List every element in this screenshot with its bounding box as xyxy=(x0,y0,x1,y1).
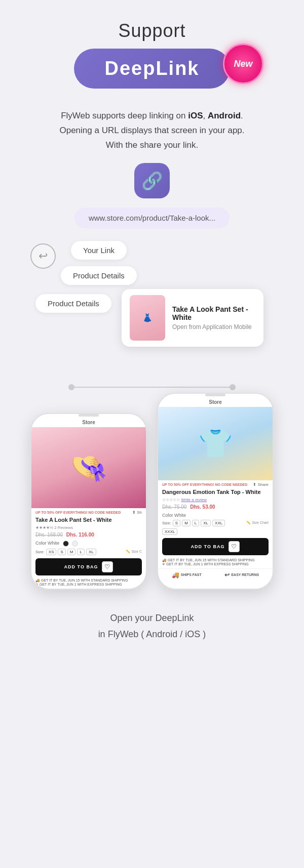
phone-stars-left: ★★★★½ 2 Reviews xyxy=(31,524,146,531)
phone-speaker-right xyxy=(205,394,225,396)
flow-share-icon: ↩ xyxy=(30,243,56,269)
phone-color-left: Color White xyxy=(31,540,146,548)
size-xs[interactable]: XS xyxy=(46,549,57,555)
add-to-bag-left[interactable]: ADD TO BAG ♡ xyxy=(35,558,142,575)
phone-shipping-right: 🚚 GET IT BY TUE, JUN 15 WITH STANDARD SH… xyxy=(158,557,273,568)
share-icon-left[interactable]: ⬆ Sh xyxy=(132,510,142,515)
phone-right: Store 👕 UP TO 50% OFF EVERYTHING! NO COD… xyxy=(157,393,274,590)
color-dot-black[interactable] xyxy=(63,541,69,547)
phone-product-image-right: 👕 xyxy=(158,407,273,480)
phone-product-name-left: Take A Look Pant Set - White xyxy=(31,516,146,524)
price-new-right: Dhs. 53.00 xyxy=(190,504,215,510)
connector-area xyxy=(10,360,294,390)
phone-size-row-left: Size: XS S M L XL 📏 Size C xyxy=(31,548,146,556)
size-chart-link-left[interactable]: 📏 Size C xyxy=(126,550,142,554)
size-chart-link-right[interactable]: 📏 Size Chart xyxy=(246,521,269,525)
product-card: 👗 Take A Look Pant Set - White Open from… xyxy=(122,284,263,347)
reviews-left[interactable]: 2 Reviews xyxy=(54,525,73,530)
ships-fast-badge: 🚚 SHIPS FAST xyxy=(172,571,202,578)
phone-size-row-right: Size: S M L XL XXL 📏 Size Chart xyxy=(158,519,273,527)
product-details-bubble-2: Product Details xyxy=(35,294,111,313)
share-btn-right[interactable]: ⬆ Share xyxy=(253,482,269,487)
size-m-right[interactable]: M xyxy=(182,520,191,526)
easy-returns-icon: ↩ xyxy=(224,571,230,578)
heart-btn-right[interactable]: ♡ xyxy=(229,541,240,552)
phone-left: Store 👒 UP TO 50% OFF EVERYTHING! NO COD… xyxy=(30,413,147,590)
shipping1-left: 🚚 GET IT BY TUE, JUN 15 WITH STANDARD SH… xyxy=(35,578,142,583)
product-card-name: Take A Look Pant Set - White xyxy=(172,305,255,321)
product-info: Take A Look Pant Set - White Open from A… xyxy=(172,305,255,330)
description: FlyWeb supports deep linking on iOS, And… xyxy=(59,109,244,153)
product-details-label-2: Product Details xyxy=(35,294,111,313)
url-bar[interactable]: www.store.com/product/Take-a-look... xyxy=(74,208,230,228)
phone-price-right: Dhs. 75.00 Dhs. 53.00 xyxy=(158,503,273,512)
size-s[interactable]: S xyxy=(58,549,65,555)
phone-size-row-right-2: XXXL xyxy=(158,527,273,536)
phone-promo-bar-left: UP TO 50% OFF EVERYTHING! NO CODE NEEDED… xyxy=(31,508,146,516)
phone-price-left: Dhs. 168.00 Dhs. 116.00 xyxy=(31,531,146,540)
product-details-bubble-1: Product Details xyxy=(61,266,137,285)
stars-left: ★★★★½ xyxy=(35,525,53,530)
deeplink-pill: DeepLink xyxy=(74,49,230,89)
phones-area: Store 👒 UP TO 50% OFF EVERYTHING! NO COD… xyxy=(10,393,294,590)
write-review-right[interactable]: Write a review xyxy=(181,498,207,502)
easy-returns-label: EASY RETURNS xyxy=(231,573,259,576)
bottom-line2: in FlyWeb ( Android / iOS ) xyxy=(98,626,206,642)
connector-line xyxy=(71,387,233,388)
promo-text-left: UP TO 50% OFF EVERYTHING! NO CODE NEEDED xyxy=(35,511,121,514)
connector-dot-left xyxy=(68,384,74,390)
desc-period: . xyxy=(241,111,243,120)
size-l-right[interactable]: L xyxy=(192,520,199,526)
price-old-right: Dhs. 75.00 xyxy=(162,504,186,510)
product-card-open: Open from Application Mobile xyxy=(172,323,255,330)
easy-returns-badge: ↩ EASY RETURNS xyxy=(224,571,259,578)
desc-line3: With the share your link. xyxy=(106,140,198,150)
size-s-right[interactable]: S xyxy=(173,520,180,526)
product-thumb-img: 👗 xyxy=(142,313,153,322)
desc-line2: Opening a URL displays that screen in yo… xyxy=(59,126,244,135)
phone-speaker-left xyxy=(79,414,99,417)
new-badge: New xyxy=(223,44,263,84)
flow-area: ↩ Your Link Product Details Product Deta… xyxy=(10,238,294,350)
phone-product-image-left: 👒 xyxy=(31,427,146,508)
add-to-bag-right[interactable]: ADD TO BAG ♡ xyxy=(162,538,269,555)
price-old-left: Dhs. 168.00 xyxy=(35,532,63,538)
connector-dot-right xyxy=(230,384,236,390)
size-xxxl-right[interactable]: XXXL xyxy=(162,528,177,535)
size-xl-right[interactable]: XL xyxy=(201,520,211,526)
heart-btn-left[interactable]: ♡ xyxy=(102,561,113,572)
size-l[interactable]: L xyxy=(77,549,84,555)
size-label-left: Size: xyxy=(35,550,45,554)
your-link-bubble: Your Link xyxy=(71,241,127,260)
ships-fast-label: SHIPS FAST xyxy=(181,573,202,576)
promo-text-right: UP TO 50% OFF EVERYTHING! NO CODE NEEDED xyxy=(162,483,247,486)
desc-line1: FlyWeb supports deep linking on xyxy=(61,111,185,120)
shipping2-left: ✈ GET IT BY TUE, JUN 1 WITH EXPRESS SHIP… xyxy=(35,583,142,587)
color-label-right: Color White xyxy=(162,513,186,518)
size-xl[interactable]: XL xyxy=(86,549,96,555)
phone-color-right: Color White xyxy=(158,512,273,519)
phone-footer-right: 🚚 SHIPS FAST ↩ EASY RETURNS xyxy=(158,568,273,581)
add-to-bag-label-left: ADD TO BAG xyxy=(64,564,98,569)
desc-comma: , xyxy=(203,111,205,120)
chain-icon-wrap: 🔗 xyxy=(134,163,170,198)
chain-icon: 🔗 xyxy=(141,171,163,191)
header-section: Support DeepLink New xyxy=(10,20,294,94)
phone-status-right: Store xyxy=(158,398,273,407)
deeplink-badge-wrapper: DeepLink New xyxy=(10,49,294,89)
phone-product-name-right: Dangerous Emotion Tank Top - White xyxy=(158,488,273,496)
add-to-bag-label-right: ADD TO BAG xyxy=(191,544,225,549)
deeplink-label: DeepLink xyxy=(104,58,199,79)
color-dot-white[interactable] xyxy=(72,541,78,547)
size-xxl-right[interactable]: XXL xyxy=(212,520,225,526)
bottom-line1: Open your DeepLink xyxy=(98,610,206,626)
shipping1-right: 🚚 GET IT BY TUE, JUN 15 WITH STANDARD SH… xyxy=(162,558,269,562)
size-m[interactable]: M xyxy=(67,549,76,555)
phone-stars-right: ☆☆☆☆☆ Write a review xyxy=(158,496,273,503)
product-thumb: 👗 xyxy=(130,295,165,341)
price-new-left: Dhs. 116.00 xyxy=(66,532,94,538)
desc-ios: iOS xyxy=(188,111,203,120)
color-label-left: Color White xyxy=(35,541,59,546)
desc-android: Android xyxy=(208,111,241,120)
product-details-label-1: Product Details xyxy=(61,266,137,285)
